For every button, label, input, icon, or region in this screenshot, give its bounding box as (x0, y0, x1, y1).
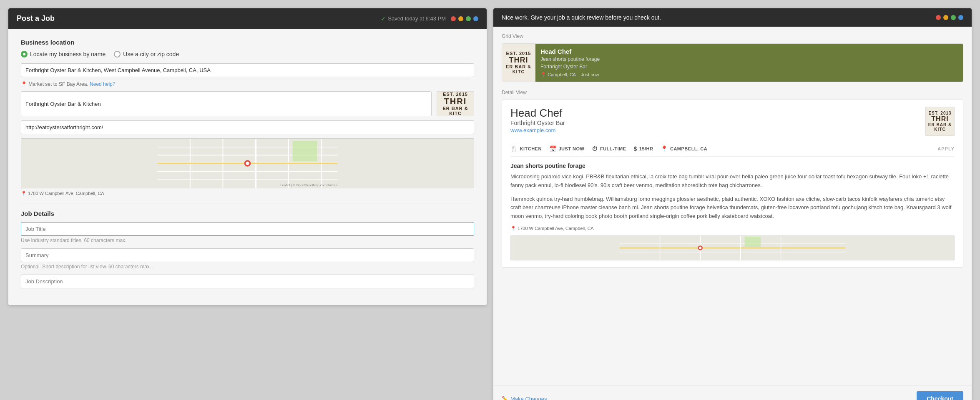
radio-by-name[interactable]: Locate my business by name (21, 51, 106, 58)
check-icon: ✓ (381, 15, 386, 22)
dollar-icon: $ (634, 145, 637, 152)
grid-card-title: Head Chef (540, 48, 958, 55)
left-panel: Post a Job ✓ Saved today at 6:43 PM Busi… (8, 8, 487, 305)
detail-title: Head Chef (510, 107, 565, 120)
svg-point-26 (699, 247, 701, 249)
business-location-label: Business location (21, 39, 474, 46)
job-title-hint: Use industry standard titles. 60 charact… (21, 238, 474, 243)
radio-unchecked-icon (114, 51, 121, 58)
traffic-light-blue[interactable] (473, 16, 478, 21)
location-icon: 📍 (661, 145, 668, 152)
right-panel-header: Nice work. Give your job a quick review … (493, 8, 972, 27)
review-title: Nice work. Give your job a quick review … (502, 14, 931, 21)
grid-time: Just now (581, 72, 599, 78)
location-radio-group: Locate my business by name Use a city or… (21, 51, 474, 58)
grid-card-logo: EST. 2015THRIER BAR & KITC (502, 44, 535, 82)
detail-section-title: Jean shorts poutine forage (510, 162, 955, 169)
detail-card: Head Chef Forthright Oyster Bar www.exam… (502, 100, 963, 268)
detail-logo: EST. 2013THRIER BAR & KITC (925, 107, 955, 136)
detail-job-info: Head Chef Forthright Oyster Bar www.exam… (510, 107, 565, 139)
address-input[interactable] (21, 63, 474, 77)
detail-website[interactable]: www.example.com (510, 127, 565, 133)
grid-card-company: Forthright Oyster Bar (540, 64, 958, 70)
traffic-light-yellow[interactable] (458, 16, 463, 21)
summary-hint: Optional. Short description for list vie… (21, 264, 474, 270)
footer-bar: ✏️ Make Changes Checkout (493, 385, 972, 400)
summary-input[interactable] (21, 248, 474, 262)
job-details-label: Job Details (21, 210, 474, 217)
detail-header: Head Chef Forthright Oyster Bar www.exam… (510, 107, 955, 139)
tag-fulltime: ⏱ FULL-TIME (592, 145, 626, 152)
business-name-input[interactable] (21, 91, 432, 116)
grid-card: EST. 2015THRIER BAR & KITC Head Chef Jea… (502, 43, 963, 82)
calendar-icon: 📅 (549, 145, 557, 152)
website-input[interactable] (21, 120, 474, 134)
edit-icon: ✏️ (502, 396, 508, 400)
left-panel-body: Business location Locate my business by … (8, 29, 487, 305)
svg-point-14 (246, 162, 249, 165)
svg-rect-12 (293, 141, 317, 161)
right-tl-green[interactable] (951, 15, 956, 20)
svg-rect-24 (745, 237, 761, 247)
map-area: Leaflet | © OpenStreetMap contributors (21, 138, 474, 188)
grid-location: 📍 Campbell, CA (540, 72, 576, 78)
detail-view-label: Detail View (502, 90, 963, 95)
svg-text:Leaflet | © OpenStreetMap cont: Leaflet | © OpenStreetMap contributors (280, 183, 337, 187)
grid-view-label: Grid View (502, 33, 963, 39)
kitchen-icon: 🍴 (510, 145, 518, 152)
tag-pay: $ 15/HR (634, 145, 653, 152)
right-tl-red[interactable] (936, 15, 941, 20)
radio-checked-icon (21, 51, 28, 58)
divider (21, 203, 474, 203)
grid-card-info: Head Chef Jean shorts poutine forage For… (535, 44, 963, 82)
radio-by-zip[interactable]: Use a city or zip code (114, 51, 179, 58)
job-title-input[interactable] (21, 222, 474, 236)
grid-card-subtitle: Jean shorts poutine forage (540, 56, 958, 62)
map-address-label: 📍 1700 W Campbell Ave, Campbell, CA (21, 191, 474, 196)
tag-location: 📍 CAMPBELL, CA (661, 145, 707, 152)
review-body: Grid View EST. 2015THRIER BAR & KITC Hea… (493, 27, 972, 385)
detail-company: Forthright Oyster Bar (510, 120, 565, 126)
tag-time: 📅 JUST NOW (549, 145, 585, 152)
detail-body-2: Hammock quinoa try-hard humblebrag. Will… (510, 195, 955, 221)
make-changes-link[interactable]: ✏️ Make Changes (502, 396, 547, 400)
page-title: Post a Job (17, 14, 376, 23)
traffic-light-red[interactable] (451, 16, 456, 21)
apply-button[interactable]: APPLY (937, 146, 955, 151)
right-tl-yellow[interactable] (943, 15, 948, 20)
left-panel-header: Post a Job ✓ Saved today at 6:43 PM (8, 8, 487, 29)
tag-kitchen: 🍴 KITCHEN (510, 145, 542, 152)
traffic-lights (451, 16, 478, 21)
detail-tags: 🍴 KITCHEN 📅 JUST NOW ⏱ FULL-TIME $ 15/HR… (510, 141, 955, 157)
right-panel: Nice work. Give your job a quick review … (493, 8, 972, 400)
checkout-button[interactable]: Checkout (917, 391, 963, 400)
job-description-input[interactable] (21, 275, 474, 288)
clock-icon: ⏱ (592, 145, 598, 152)
detail-body-1: Microdosing polaroid vice kogi. PBR&B fl… (510, 172, 955, 190)
location-note: 📍 Market set to SF Bay Area. Need help? (21, 81, 474, 87)
saved-status: ✓ Saved today at 6:43 PM (381, 15, 446, 22)
detail-map (510, 235, 955, 260)
right-tl-blue[interactable] (958, 15, 963, 20)
traffic-light-green[interactable] (466, 16, 471, 21)
grid-card-meta: 📍 Campbell, CA Just now (540, 72, 958, 78)
need-help-link[interactable]: Need help? (90, 81, 115, 87)
detail-map-address: 📍 1700 W Campbell Ave, Campbell, CA (510, 226, 955, 231)
business-logo-preview: EST. 2015THRIER BAR & KITC (437, 92, 474, 116)
right-traffic-lights (936, 15, 963, 20)
